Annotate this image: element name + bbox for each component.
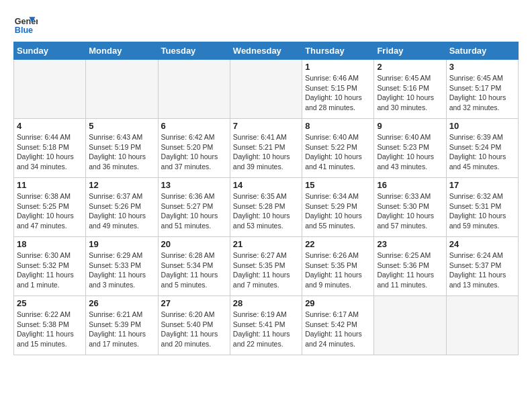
day-info: Sunrise: 6:45 AMSunset: 5:16 PMDaylight:… — [377, 73, 443, 113]
calendar-cell: 10Sunrise: 6:39 AMSunset: 5:24 PMDayligh… — [446, 119, 518, 178]
day-number: 19 — [89, 239, 154, 249]
svg-text:Blue: Blue — [15, 26, 33, 35]
calendar-cell: 2Sunrise: 6:45 AMSunset: 5:16 PMDaylight… — [374, 60, 446, 119]
day-info: Sunrise: 6:22 AMSunset: 5:38 PMDaylight:… — [17, 310, 83, 349]
day-number: 16 — [377, 180, 443, 190]
day-number: 1 — [305, 62, 371, 72]
calendar-cell: 28Sunrise: 6:19 AMSunset: 5:41 PMDayligh… — [230, 296, 302, 355]
calendar-cell — [230, 60, 302, 119]
day-number: 11 — [17, 180, 83, 190]
calendar-week-0: 1Sunrise: 6:46 AMSunset: 5:15 PMDaylight… — [14, 60, 519, 119]
day-info: Sunrise: 6:17 AMSunset: 5:42 PMDaylight:… — [305, 310, 371, 349]
calendar-cell: 20Sunrise: 6:28 AMSunset: 5:34 PMDayligh… — [158, 237, 230, 296]
logo-icon: General Blue — [13, 12, 38, 36]
day-header-thursday: Thursday — [302, 42, 374, 60]
day-number: 12 — [89, 180, 154, 190]
day-number: 25 — [17, 298, 83, 308]
day-info: Sunrise: 6:41 AMSunset: 5:21 PMDaylight:… — [233, 132, 299, 172]
page: General Blue SundayMondayTuesdayWednesda… — [0, 0, 532, 362]
day-number: 6 — [161, 121, 227, 131]
calendar-cell: 13Sunrise: 6:36 AMSunset: 5:27 PMDayligh… — [158, 178, 230, 237]
calendar-cell: 18Sunrise: 6:30 AMSunset: 5:32 PMDayligh… — [14, 237, 86, 296]
calendar-cell: 1Sunrise: 6:46 AMSunset: 5:15 PMDaylight… — [302, 60, 374, 119]
day-number: 20 — [161, 239, 227, 249]
day-header-tuesday: Tuesday — [158, 42, 230, 60]
calendar-week-3: 18Sunrise: 6:30 AMSunset: 5:32 PMDayligh… — [14, 237, 519, 296]
day-number: 27 — [161, 298, 227, 308]
logo: General Blue — [13, 12, 38, 36]
calendar-cell: 23Sunrise: 6:25 AMSunset: 5:36 PMDayligh… — [374, 237, 446, 296]
calendar-cell: 11Sunrise: 6:38 AMSunset: 5:25 PMDayligh… — [14, 178, 86, 237]
day-info: Sunrise: 6:45 AMSunset: 5:17 PMDaylight:… — [449, 73, 515, 113]
day-number: 28 — [233, 298, 299, 308]
day-number: 10 — [449, 121, 515, 131]
calendar-cell: 22Sunrise: 6:26 AMSunset: 5:35 PMDayligh… — [302, 237, 374, 296]
calendar-cell: 8Sunrise: 6:40 AMSunset: 5:22 PMDaylight… — [302, 119, 374, 178]
day-info: Sunrise: 6:20 AMSunset: 5:40 PMDaylight:… — [161, 310, 227, 349]
calendar-cell — [158, 60, 230, 119]
day-number: 14 — [233, 180, 299, 190]
calendar-cell — [86, 60, 158, 119]
day-number: 15 — [305, 180, 371, 190]
day-number: 8 — [305, 121, 371, 131]
day-number: 24 — [449, 239, 515, 249]
day-info: Sunrise: 6:34 AMSunset: 5:29 PMDaylight:… — [305, 191, 371, 231]
calendar-table: SundayMondayTuesdayWednesdayThursdayFrid… — [13, 42, 519, 355]
calendar-cell — [374, 296, 446, 355]
calendar-cell: 5Sunrise: 6:43 AMSunset: 5:19 PMDaylight… — [86, 119, 158, 178]
day-number: 9 — [377, 121, 443, 131]
day-number: 29 — [305, 298, 371, 308]
calendar-week-2: 11Sunrise: 6:38 AMSunset: 5:25 PMDayligh… — [14, 178, 519, 237]
day-info: Sunrise: 6:44 AMSunset: 5:18 PMDaylight:… — [17, 132, 83, 172]
day-info: Sunrise: 6:46 AMSunset: 5:15 PMDaylight:… — [305, 73, 371, 113]
day-info: Sunrise: 6:39 AMSunset: 5:24 PMDaylight:… — [449, 132, 515, 172]
day-number: 26 — [89, 298, 154, 308]
day-info: Sunrise: 6:43 AMSunset: 5:19 PMDaylight:… — [89, 132, 154, 172]
day-number: 4 — [17, 121, 83, 131]
day-info: Sunrise: 6:25 AMSunset: 5:36 PMDaylight:… — [377, 250, 443, 290]
header: General Blue — [13, 12, 519, 36]
calendar-cell: 6Sunrise: 6:42 AMSunset: 5:20 PMDaylight… — [158, 119, 230, 178]
calendar-cell: 14Sunrise: 6:35 AMSunset: 5:28 PMDayligh… — [230, 178, 302, 237]
calendar-cell: 25Sunrise: 6:22 AMSunset: 5:38 PMDayligh… — [14, 296, 86, 355]
calendar-week-4: 25Sunrise: 6:22 AMSunset: 5:38 PMDayligh… — [14, 296, 519, 355]
calendar-cell: 4Sunrise: 6:44 AMSunset: 5:18 PMDaylight… — [14, 119, 86, 178]
day-info: Sunrise: 6:36 AMSunset: 5:27 PMDaylight:… — [161, 191, 227, 231]
day-number: 5 — [89, 121, 154, 131]
calendar-cell: 19Sunrise: 6:29 AMSunset: 5:33 PMDayligh… — [86, 237, 158, 296]
day-number: 22 — [305, 239, 371, 249]
day-header-friday: Friday — [374, 42, 446, 60]
day-info: Sunrise: 6:40 AMSunset: 5:23 PMDaylight:… — [377, 132, 443, 172]
calendar-cell: 21Sunrise: 6:27 AMSunset: 5:35 PMDayligh… — [230, 237, 302, 296]
day-header-saturday: Saturday — [446, 42, 518, 60]
day-header-monday: Monday — [86, 42, 158, 60]
calendar-cell: 12Sunrise: 6:37 AMSunset: 5:26 PMDayligh… — [86, 178, 158, 237]
day-info: Sunrise: 6:21 AMSunset: 5:39 PMDaylight:… — [89, 310, 154, 349]
calendar-cell: 9Sunrise: 6:40 AMSunset: 5:23 PMDaylight… — [374, 119, 446, 178]
day-info: Sunrise: 6:37 AMSunset: 5:26 PMDaylight:… — [89, 191, 154, 231]
day-info: Sunrise: 6:26 AMSunset: 5:35 PMDaylight:… — [305, 250, 371, 290]
day-info: Sunrise: 6:29 AMSunset: 5:33 PMDaylight:… — [89, 250, 154, 290]
day-info: Sunrise: 6:35 AMSunset: 5:28 PMDaylight:… — [233, 191, 299, 231]
calendar-cell: 29Sunrise: 6:17 AMSunset: 5:42 PMDayligh… — [302, 296, 374, 355]
day-number: 23 — [377, 239, 443, 249]
day-info: Sunrise: 6:32 AMSunset: 5:31 PMDaylight:… — [449, 191, 515, 231]
day-info: Sunrise: 6:27 AMSunset: 5:35 PMDaylight:… — [233, 250, 299, 290]
calendar-cell: 3Sunrise: 6:45 AMSunset: 5:17 PMDaylight… — [446, 60, 518, 119]
day-info: Sunrise: 6:40 AMSunset: 5:22 PMDaylight:… — [305, 132, 371, 172]
calendar-header-row: SundayMondayTuesdayWednesdayThursdayFrid… — [14, 42, 519, 60]
calendar-cell: 17Sunrise: 6:32 AMSunset: 5:31 PMDayligh… — [446, 178, 518, 237]
calendar-cell: 24Sunrise: 6:24 AMSunset: 5:37 PMDayligh… — [446, 237, 518, 296]
day-number: 2 — [377, 62, 443, 72]
calendar-cell: 15Sunrise: 6:34 AMSunset: 5:29 PMDayligh… — [302, 178, 374, 237]
calendar-cell — [14, 60, 86, 119]
day-info: Sunrise: 6:42 AMSunset: 5:20 PMDaylight:… — [161, 132, 227, 172]
day-number: 3 — [449, 62, 515, 72]
calendar-cell — [446, 296, 518, 355]
day-number: 17 — [449, 180, 515, 190]
day-number: 21 — [233, 239, 299, 249]
day-number: 18 — [17, 239, 83, 249]
calendar-week-1: 4Sunrise: 6:44 AMSunset: 5:18 PMDaylight… — [14, 119, 519, 178]
day-info: Sunrise: 6:19 AMSunset: 5:41 PMDaylight:… — [233, 310, 299, 349]
day-info: Sunrise: 6:28 AMSunset: 5:34 PMDaylight:… — [161, 250, 227, 290]
